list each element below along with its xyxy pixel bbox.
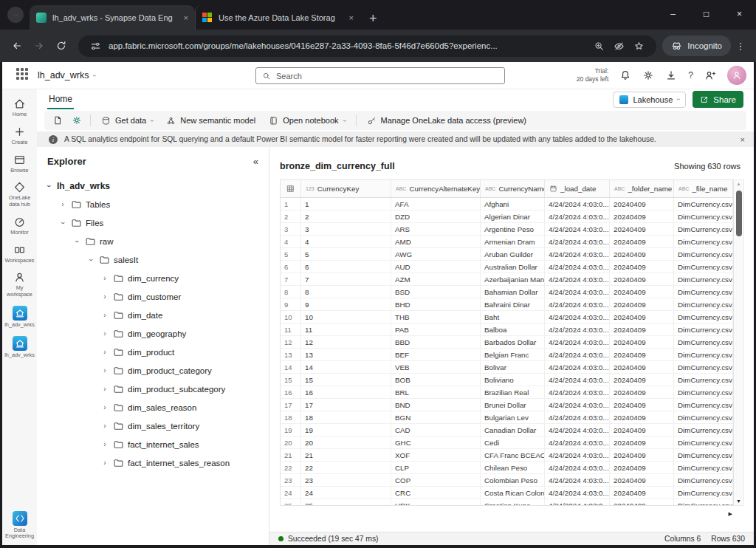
tree-item-dim-sales-territory[interactable]: ›dim_sales_territory bbox=[37, 417, 269, 435]
zoom-icon[interactable] bbox=[594, 41, 605, 52]
tree-item-dim-product[interactable]: ›dim_product bbox=[37, 343, 269, 361]
notifications-bell-icon[interactable] bbox=[619, 69, 631, 81]
chevron-right-icon[interactable]: › bbox=[100, 312, 109, 319]
app-launcher-waffle-icon[interactable] bbox=[16, 68, 31, 83]
rail-item-workspaces[interactable]: Workspaces bbox=[3, 240, 37, 267]
tab-close-icon[interactable]: × bbox=[184, 13, 188, 22]
table-cell: Balboa bbox=[481, 323, 545, 335]
browser-menu-button[interactable]: ⋮ bbox=[731, 41, 750, 52]
chevron-right-icon[interactable]: › bbox=[58, 201, 67, 208]
tree-item-dim-sales-reason[interactable]: ›dim_sales_reason bbox=[37, 398, 269, 417]
horizontal-scrollbar[interactable]: ▶ bbox=[280, 510, 744, 518]
chevron-right-icon[interactable]: › bbox=[100, 367, 109, 374]
rail-item-browse[interactable]: Browse bbox=[3, 150, 37, 177]
browser-tab-inactive[interactable]: Use the Azure Data Lake Storag × bbox=[195, 5, 360, 30]
site-settings-icon[interactable] bbox=[90, 41, 101, 52]
table-cell: DimCurrency.csv bbox=[674, 198, 733, 210]
help-icon[interactable]: ? bbox=[688, 70, 693, 81]
new-tab-button[interactable]: + bbox=[369, 12, 377, 25]
rail-item-monitor[interactable]: Monitor bbox=[3, 212, 37, 239]
get-data-button[interactable]: Get data› bbox=[95, 112, 159, 129]
rail-item-lh-adv-wrks[interactable]: lh_adv_wrks bbox=[3, 302, 37, 331]
chevron-right-icon[interactable]: › bbox=[100, 330, 109, 338]
chevron-down-icon[interactable]: › bbox=[45, 182, 52, 191]
tree-item-dim-geography[interactable]: ›dim_geography bbox=[37, 324, 269, 343]
explorer-tree: ›lh_adv_wrks›Tables›Files›raw›salesIt›di… bbox=[37, 177, 269, 472]
column-header-load-date[interactable]: _load_date bbox=[545, 180, 610, 197]
window-minimize-button[interactable]: – bbox=[656, 0, 690, 28]
refresh-button[interactable] bbox=[50, 35, 72, 57]
forward-button[interactable] bbox=[28, 35, 50, 57]
collapse-panel-icon[interactable]: « bbox=[253, 156, 258, 167]
scroll-up-icon[interactable]: ▲ bbox=[734, 182, 743, 186]
tree-item-dim-date[interactable]: ›dim_date bbox=[37, 306, 269, 324]
column-header-folder-name[interactable]: ABC_folder_name bbox=[610, 180, 674, 197]
download-icon[interactable] bbox=[665, 69, 677, 81]
tab-home[interactable]: Home bbox=[47, 89, 74, 109]
scrollbar-thumb[interactable] bbox=[736, 191, 742, 236]
scroll-down-icon[interactable]: ▼ bbox=[734, 499, 743, 504]
feedback-person-icon[interactable] bbox=[704, 69, 716, 81]
workspace-name-dropdown[interactable]: lh_adv_wrks › bbox=[38, 70, 95, 81]
tree-item-files[interactable]: ›Files bbox=[37, 213, 269, 232]
table-cell: Cedi bbox=[481, 436, 545, 448]
tree-item-dim-currency[interactable]: ›dim_currency bbox=[37, 269, 269, 287]
back-button[interactable] bbox=[6, 35, 28, 57]
rail-item-my-workspace[interactable]: My workspace bbox=[3, 267, 37, 301]
tree-item-salesit[interactable]: ›salesIt bbox=[37, 250, 269, 269]
rail-item-home[interactable]: Home bbox=[3, 94, 37, 120]
column-header-currencyname[interactable]: ABCCurrencyName bbox=[481, 180, 545, 197]
file-icon-button[interactable] bbox=[49, 112, 66, 129]
rail-item-lh-adv-wrks[interactable]: lh_adv_wrks bbox=[3, 332, 37, 361]
tree-item-dim-product-category[interactable]: ›dim_product_category bbox=[37, 361, 269, 380]
manage-onelake-data-access-preview-button[interactable]: Manage OneLake data access (preview) bbox=[361, 112, 533, 129]
tab-close-icon[interactable]: × bbox=[349, 13, 354, 22]
column-header-file-name[interactable]: ABC_file_name bbox=[674, 180, 733, 197]
table-cell: CRC bbox=[391, 487, 481, 499]
tree-item-lh-adv-wrks[interactable]: ›lh_adv_wrks bbox=[37, 177, 269, 195]
chevron-right-icon[interactable]: › bbox=[100, 404, 109, 411]
tree-item-fact-internet-sales[interactable]: ›fact_internet_sales bbox=[37, 435, 269, 453]
chevron-right-icon[interactable]: › bbox=[100, 349, 109, 356]
chevron-down-icon[interactable]: › bbox=[73, 237, 80, 246]
chevron-down-icon[interactable]: › bbox=[87, 256, 94, 264]
account-avatar[interactable] bbox=[727, 66, 746, 85]
url-text[interactable]: app.fabric.microsoft.com/groups/me/lakeh… bbox=[109, 41, 586, 50]
tree-item-dim-customer[interactable]: ›dim_customer bbox=[37, 287, 269, 306]
monitor-icon bbox=[13, 216, 26, 228]
rail-item-data-engineering[interactable]: Data Engineering bbox=[3, 507, 37, 543]
tree-item-tables[interactable]: ›Tables bbox=[37, 195, 269, 213]
banner-close-icon[interactable]: × bbox=[740, 135, 745, 144]
browser-tab-active[interactable]: lh_adv_wrks - Synapse Data Eng × bbox=[30, 5, 195, 30]
chevron-right-icon[interactable]: › bbox=[100, 441, 109, 448]
chevron-down-icon[interactable]: › bbox=[59, 219, 66, 227]
eye-off-icon[interactable] bbox=[614, 41, 625, 52]
column-header-currencykey[interactable]: 123CurrencyKey bbox=[301, 180, 391, 197]
rail-item-onelake-data-hub[interactable]: OneLake data hub bbox=[3, 177, 37, 210]
chevron-right-icon[interactable]: › bbox=[100, 459, 109, 467]
chevron-right-icon[interactable]: › bbox=[100, 293, 109, 301]
bookmark-star-icon[interactable] bbox=[633, 41, 645, 52]
scroll-right-icon[interactable]: ▶ bbox=[729, 511, 732, 517]
new-semantic-model-button[interactable]: New semantic model bbox=[160, 112, 261, 129]
settings-gear-button[interactable] bbox=[68, 112, 86, 129]
lakehouse-mode-dropdown[interactable]: Lakehouse › bbox=[613, 92, 686, 108]
global-search-input[interactable]: Search bbox=[255, 67, 505, 84]
share-button[interactable]: Share bbox=[693, 91, 743, 108]
address-bar[interactable]: app.fabric.microsoft.com/groups/me/lakeh… bbox=[78, 35, 656, 57]
chevron-right-icon[interactable]: › bbox=[100, 422, 109, 430]
tree-item-fact-internet-sales-reason[interactable]: ›fact_internet_sales_reason bbox=[37, 453, 269, 472]
settings-gear-icon[interactable] bbox=[642, 69, 654, 81]
window-close-button[interactable]: × bbox=[723, 0, 756, 28]
select-all-cell[interactable] bbox=[281, 180, 301, 197]
column-header-currencyalternatekey[interactable]: ABCCurrencyAlternateKey bbox=[391, 180, 481, 197]
rail-item-create[interactable]: Create bbox=[3, 122, 37, 148]
tree-item-dim-product-subcategory[interactable]: ›dim_product_subcategory bbox=[37, 380, 269, 398]
chevron-right-icon[interactable]: › bbox=[100, 275, 109, 282]
window-maximize-button[interactable]: □ bbox=[690, 0, 723, 28]
open-notebook-button[interactable]: Open notebook› bbox=[263, 112, 351, 129]
tab-search-button[interactable]: › bbox=[7, 7, 24, 23]
tree-item-raw[interactable]: ›raw bbox=[37, 232, 269, 250]
vertical-scrollbar[interactable]: ▲ ▼ bbox=[734, 179, 744, 506]
chevron-right-icon[interactable]: › bbox=[100, 386, 109, 393]
